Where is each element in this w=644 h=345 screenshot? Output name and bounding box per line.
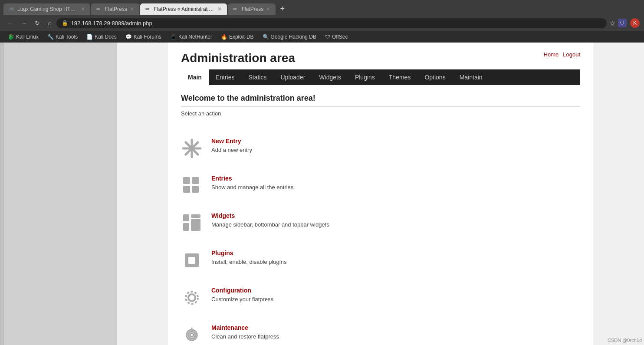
reload-button[interactable]: ↻	[32, 18, 43, 28]
entries-text: Entries Show and manage all the entries	[211, 175, 580, 191]
security-icon: 🔒	[62, 20, 68, 26]
bookmark-kali-docs[interactable]: 📄 Kali Docs	[83, 33, 120, 41]
tab4-close[interactable]: ✕	[266, 6, 270, 12]
bookmarks-bar: 🐉 Kali Linux 🔧 Kali Tools 📄 Kali Docs 💬 …	[0, 31, 644, 43]
page-content-area: Administration area Home Logout Main Ent…	[117, 43, 644, 345]
plugins-link[interactable]: Plugins	[211, 250, 580, 256]
bookmark-exploit-db-label: Exploit-DB	[229, 34, 254, 40]
tab3-favicon: ✏	[145, 6, 151, 12]
bookmark-kali-forums[interactable]: 💬 Kali Forums	[122, 33, 165, 41]
tab1-close[interactable]: ✕	[81, 6, 85, 12]
new-entry-icon	[181, 138, 203, 159]
puzzle-icon	[181, 250, 202, 271]
browser-tab-1[interactable]: 🎮 Lugx Gaming Shop HTML5 T… ✕	[3, 3, 90, 15]
plugins-icon	[181, 250, 203, 271]
action-item-plugins: Plugins Install, enable, disable plugins	[181, 242, 580, 279]
tab4-favicon: ✏	[233, 6, 239, 12]
left-sidebar	[0, 43, 117, 345]
shield-extension-icon[interactable]: 🛡	[618, 19, 627, 27]
asterisk-icon	[181, 138, 202, 159]
maintenance-link[interactable]: Maintenance	[211, 324, 580, 331]
widgets-link[interactable]: Widgets	[211, 212, 580, 219]
logout-link[interactable]: Logout	[563, 51, 580, 58]
select-action-text: Select an action	[181, 110, 580, 121]
bookmark-kali-nethunter-favicon: 📱	[170, 34, 177, 40]
welcome-heading: Welcome to the administration area!	[181, 94, 580, 103]
maintenance-desc: Clean and restore flatpress	[211, 333, 279, 340]
profile-avatar[interactable]: K	[630, 18, 640, 28]
main-layout: Administration area Home Logout Main Ent…	[0, 43, 644, 345]
tab2-close[interactable]: ✕	[130, 6, 134, 12]
tab2-favicon: ✏	[96, 6, 102, 12]
bookmark-kali-linux-label: Kali Linux	[16, 34, 39, 40]
tab1-favicon: 🎮	[9, 6, 15, 12]
entries-link[interactable]: Entries	[211, 175, 580, 182]
nav-item-main[interactable]: Main	[181, 69, 209, 85]
admin-wrapper: Administration area Home Logout Main Ent…	[168, 43, 593, 345]
svg-rect-6	[183, 186, 190, 193]
bookmark-kali-nethunter-label: Kali NetHunter	[178, 34, 212, 40]
tab4-title: FlatPress	[242, 6, 264, 12]
svg-rect-9	[191, 219, 200, 231]
action-list: New Entry Add a new entry	[181, 130, 580, 345]
page-title: Administration area	[181, 51, 295, 65]
nav-item-themes[interactable]: Themes	[382, 69, 418, 85]
nav-item-widgets[interactable]: Widgets	[312, 69, 348, 85]
sidebar-scroll-area	[0, 43, 3, 345]
bookmark-kali-tools-favicon: 🔧	[47, 34, 54, 40]
widgets-icon	[181, 212, 203, 234]
grid-icon	[181, 175, 202, 196]
bookmark-star-button[interactable]: ☆	[609, 19, 615, 27]
bookmark-kali-linux[interactable]: 🐉 Kali Linux	[4, 33, 42, 41]
action-item-configuration: Configuration Customize your flatpress	[181, 279, 580, 316]
bookmark-offsec-favicon: 🛡	[325, 34, 330, 40]
plugins-text: Plugins Install, enable, disable plugins	[211, 250, 580, 265]
svg-rect-10	[191, 214, 200, 218]
nav-item-entries[interactable]: Entries	[209, 69, 242, 85]
nav-item-options[interactable]: Options	[417, 69, 452, 85]
bookmark-exploit-db-favicon: 🔥	[221, 34, 227, 40]
svg-rect-7	[192, 186, 199, 193]
browser-tab-3[interactable]: ✏ FlatPress « Administratio… ✕	[140, 3, 227, 15]
bookmark-kali-forums-label: Kali Forums	[134, 34, 161, 40]
widgets-grid-icon	[181, 213, 202, 233]
svg-point-14	[188, 294, 195, 301]
admin-header: Administration area Home Logout	[181, 51, 580, 69]
welcome-section: Welcome to the administration area! Sele…	[181, 94, 580, 121]
bookmark-offsec[interactable]: 🛡 OffSec	[322, 33, 351, 41]
admin-nav: Main Entries Statics Uploader Widgets Pl…	[181, 69, 580, 85]
home-button[interactable]: ⌂	[45, 18, 54, 28]
home-link[interactable]: Home	[544, 51, 559, 58]
address-bar[interactable]: 🔒 192.168.178.29:8089/admin.php	[56, 18, 607, 28]
bookmark-kali-tools[interactable]: 🔧 Kali Tools	[44, 33, 81, 41]
browser-chrome: 🎮 Lugx Gaming Shop HTML5 T… ✕ ✏ FlatPres…	[0, 0, 644, 43]
address-url: 192.168.178.29:8089/admin.php	[71, 20, 601, 26]
tab3-title: FlatPress « Administratio…	[154, 6, 215, 12]
tab3-close[interactable]: ✕	[217, 6, 222, 12]
nav-item-uploader[interactable]: Uploader	[273, 69, 312, 85]
bookmark-google-hacking-db[interactable]: 🔍 Google Hacking DB	[259, 33, 320, 41]
configuration-link[interactable]: Configuration	[211, 287, 580, 294]
bookmark-kali-nethunter[interactable]: 📱 Kali NetHunter	[167, 33, 216, 41]
bookmark-exploit-db[interactable]: 🔥 Exploit-DB	[217, 33, 257, 41]
browser-extensions: 🛡 K	[618, 18, 640, 28]
browser-tab-2[interactable]: ✏ FlatPress ✕	[91, 3, 139, 15]
csdn-badge: CSDN @0rch1d	[608, 338, 642, 343]
new-entry-link[interactable]: New Entry	[211, 138, 580, 145]
plugins-desc: Install, enable, disable plugins	[211, 259, 286, 265]
configuration-text: Configuration Customize your flatpress	[211, 287, 580, 302]
widgets-text: Widgets Manage sidebar, bottombar and to…	[211, 212, 580, 228]
spiral-icon	[181, 325, 202, 345]
back-button[interactable]: ←	[4, 18, 16, 28]
bookmark-kali-docs-favicon: 📄	[86, 34, 93, 40]
nav-item-plugins[interactable]: Plugins	[348, 69, 382, 85]
svg-rect-13	[188, 257, 195, 264]
forward-button[interactable]: →	[18, 18, 30, 28]
svg-rect-8	[183, 223, 189, 231]
bookmark-kali-linux-favicon: 🐉	[8, 34, 14, 40]
nav-item-maintain[interactable]: Maintain	[453, 69, 490, 85]
action-item-entries: Entries Show and manage all the entries	[181, 167, 580, 204]
nav-item-statics[interactable]: Statics	[241, 69, 273, 85]
browser-tab-4[interactable]: ✏ FlatPress ✕	[228, 3, 276, 15]
new-tab-button[interactable]: +	[276, 3, 288, 15]
